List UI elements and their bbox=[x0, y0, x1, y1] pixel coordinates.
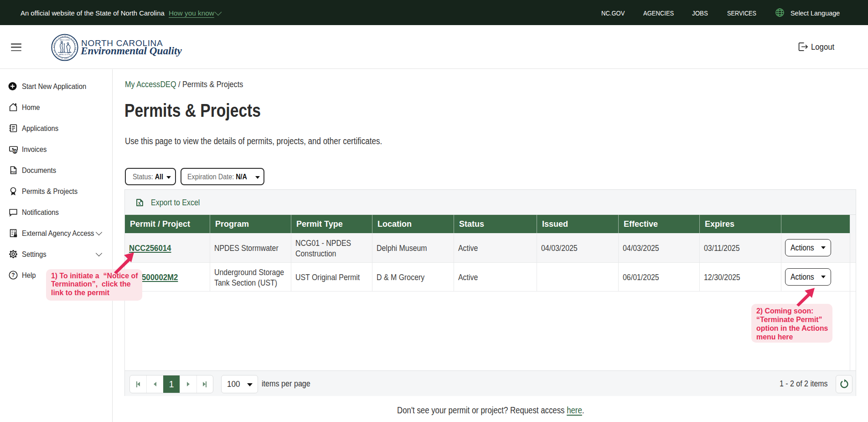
svg-text:MDCC LXXVI: MDCC LXXVI bbox=[60, 39, 70, 41]
svg-text:$: $ bbox=[14, 149, 16, 153]
svg-text:?: ? bbox=[11, 272, 15, 278]
svg-text:x: x bbox=[138, 200, 141, 206]
svg-text:APRIL 12 1776: APRIL 12 1776 bbox=[59, 54, 70, 56]
svg-text:PDF: PDF bbox=[11, 170, 16, 173]
